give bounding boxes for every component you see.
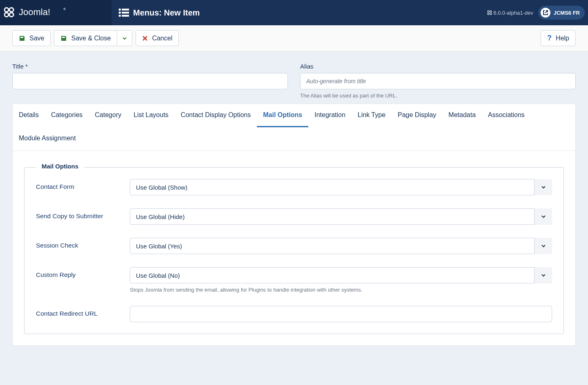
header-title-area: Menus: New Item <box>111 8 200 18</box>
field-row: Session CheckUse Global (Yes) <box>36 238 552 254</box>
close-icon <box>142 35 148 41</box>
svg-point-8 <box>119 12 120 13</box>
field-row: Custom ReplyUse Global (No)Stops Joomla … <box>36 267 552 293</box>
form-header: Title * Alias The Alias will be used as … <box>0 51 588 104</box>
version-link[interactable]: 6.0.0-alpha1-dev <box>487 10 533 16</box>
joomla-logo: Joomla! ® <box>4 6 69 20</box>
field-control: Use Global (No)Stops Joomla from sending… <box>130 267 552 293</box>
field-row: Send Copy to SubmitterUse Global (Hide) <box>36 208 552 225</box>
page-title: Menus: New Item <box>133 8 200 18</box>
field-control: Use Global (Show) <box>130 179 552 195</box>
joomla-small-icon <box>487 10 492 15</box>
tab-category[interactable]: Category <box>89 104 127 127</box>
svg-point-12 <box>488 11 489 12</box>
save-button[interactable]: Save <box>12 30 51 46</box>
title-input[interactable] <box>12 73 288 89</box>
svg-point-10 <box>119 15 120 16</box>
help-icon: ? <box>547 34 552 42</box>
field-label: Contact Redirect URL <box>36 306 130 317</box>
title-label: Title * <box>12 63 288 70</box>
field-label: Send Copy to Submitter <box>36 208 130 220</box>
tab-metadata[interactable]: Metadata <box>442 104 482 127</box>
tab-module-assignment[interactable]: Module Assignment <box>13 127 82 150</box>
help-button[interactable]: ? Help <box>541 30 576 46</box>
svg-point-0 <box>4 8 9 12</box>
svg-text:Joomla!: Joomla! <box>19 7 50 17</box>
svg-rect-11 <box>122 15 129 16</box>
toolbar: Save Save & Close Cancel ? Help <box>0 25 588 51</box>
field-label: Custom Reply <box>36 267 130 279</box>
svg-point-13 <box>490 11 492 12</box>
fieldset-legend: Mail Options <box>36 163 84 170</box>
tab-link-type[interactable]: Link Type <box>352 104 392 127</box>
field-label: Contact Form <box>36 179 130 190</box>
save-dropdown-button[interactable] <box>117 30 132 46</box>
alias-help-text: The Alias will be used as part of the UR… <box>300 93 576 99</box>
save-icon <box>19 35 25 42</box>
tabs: DetailsCategoriesCategoryList LayoutsCon… <box>13 104 575 151</box>
header-right: 6.0.0-alpha1-dev JCMS6 FR <box>487 6 588 20</box>
svg-rect-9 <box>122 12 129 13</box>
svg-point-15 <box>490 13 492 15</box>
svg-point-2 <box>4 13 9 17</box>
external-link-icon <box>541 8 550 18</box>
list-icon <box>118 8 129 17</box>
svg-point-6 <box>119 9 120 10</box>
site-name-label: JCMS6 FR <box>554 10 580 16</box>
svg-point-1 <box>9 8 13 12</box>
svg-rect-7 <box>122 9 129 10</box>
field-label: Session Check <box>36 238 130 249</box>
top-header: Joomla! ® Menus: New Item 6.0.0-alpha1-d… <box>0 0 588 25</box>
tab-categories[interactable]: Categories <box>45 104 89 127</box>
select-send-copy-to-submitter[interactable]: Use Global (Hide) <box>130 208 552 225</box>
field-control: Use Global (Yes) <box>130 238 552 254</box>
main-panel: DetailsCategoriesCategoryList LayoutsCon… <box>12 104 576 346</box>
site-open-button[interactable]: JCMS6 FR <box>538 6 585 20</box>
mail-options-fieldset: Mail Options Contact FormUse Global (Sho… <box>24 167 564 334</box>
save-icon <box>60 35 67 42</box>
field-row: Contact Redirect URL <box>36 306 552 322</box>
svg-text:®: ® <box>63 7 66 11</box>
field-description: Stops Joomla from sending the email, all… <box>130 287 552 293</box>
chevron-down-icon <box>122 36 127 41</box>
field-row: Contact FormUse Global (Show) <box>36 179 552 195</box>
save-close-group: Save & Close <box>54 30 132 46</box>
alias-input[interactable] <box>300 73 576 89</box>
field-control: Use Global (Hide) <box>130 208 552 225</box>
tab-contact-display-options[interactable]: Contact Display Options <box>175 104 257 127</box>
tab-list-layouts[interactable]: List Layouts <box>127 104 174 127</box>
select-custom-reply[interactable]: Use Global (No) <box>130 267 552 283</box>
tab-page-display[interactable]: Page Display <box>392 104 442 127</box>
select-contact-form[interactable]: Use Global (Show) <box>130 179 552 195</box>
svg-point-14 <box>488 13 489 15</box>
input-contact-redirect-url[interactable] <box>130 306 552 322</box>
tab-integration[interactable]: Integration <box>308 104 352 127</box>
tab-mail-options[interactable]: Mail Options <box>257 104 308 127</box>
tab-associations[interactable]: Associations <box>482 104 531 127</box>
cancel-button[interactable]: Cancel <box>136 30 179 46</box>
save-close-button[interactable]: Save & Close <box>54 30 117 46</box>
svg-point-3 <box>9 13 13 17</box>
alias-label: Alias <box>300 63 576 70</box>
field-control <box>130 306 552 322</box>
select-session-check[interactable]: Use Global (Yes) <box>130 238 552 254</box>
tab-details[interactable]: Details <box>13 104 45 127</box>
logo-area[interactable]: Joomla! ® <box>0 0 111 25</box>
